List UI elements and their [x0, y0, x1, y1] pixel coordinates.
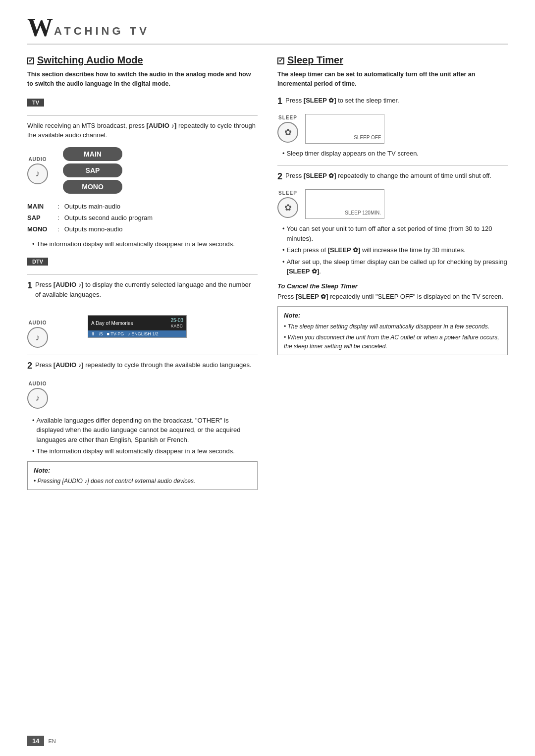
sleep-btn-wrap1: SLEEP ✿: [277, 115, 298, 143]
page-number: 14: [27, 736, 44, 746]
header-w: W: [27, 15, 53, 41]
dtv-bar-part4: ♪ ENGLISH 1/2: [128, 331, 159, 336]
sleep-screen1-text: SLEEP OFF: [354, 135, 381, 140]
sleep-screen2: SLEEP 120MIN.: [305, 189, 384, 219]
left-note-text: • Pressing [AUDIO ♪] does not control ex…: [34, 477, 251, 486]
def-term-mono: MONO: [27, 223, 54, 235]
def-row-sap: SAP : Outputs second audio program: [27, 212, 258, 223]
pill-sap: SAP: [63, 163, 122, 177]
audio-pills: MAIN SAP MONO: [63, 147, 122, 194]
sleep-step2-bullet3-text: After set up, the sleep timer display ca…: [287, 257, 508, 276]
tv-bullet: • The information display will automatic…: [32, 239, 258, 249]
sleep-step1-text: Press [SLEEP ✿] to set the sleep timer.: [277, 96, 508, 106]
dtv-step1-text: Press [AUDIO ♪] to display the currently…: [27, 280, 258, 299]
sleep-step1-bullet: • Sleep timer display appears on the TV …: [282, 149, 508, 159]
cancel-title: To Cancel the Sleep Timer: [277, 282, 508, 290]
audio-btn-circle: ♪: [27, 163, 48, 184]
sleep-step2-bullet2-text: Each press of [SLEEP ✿] will increase th…: [287, 245, 466, 255]
sleep-btn-label1: SLEEP: [278, 115, 297, 120]
right-note-box: Note: • The sleep timer setting display …: [277, 306, 508, 355]
sleep-screen2-text: SLEEP 120MIN.: [345, 210, 381, 216]
right-note-title: Note:: [284, 311, 501, 321]
sleep-step2-number: 2: [277, 171, 282, 182]
dtv-bar-part2: /5: [99, 331, 103, 336]
dtv-bullet1: • Available languages differ depending o…: [32, 416, 258, 445]
sleep-step1-number: 1: [277, 96, 282, 107]
sleep-btn-circle2: ✿: [277, 197, 298, 218]
dtv-bar-part3: ■ TV-PG: [107, 331, 124, 336]
checkbox-icon-left: [27, 57, 34, 64]
sleep-step1-bullet-text: Sleep timer display appears on the TV sc…: [287, 149, 419, 159]
dtv-step2-audio-wrap: AUDIO ♪: [27, 381, 48, 409]
dtv-step1-diagram: AUDIO ♪ A Day of Memories 25-03KABC ⬆ /5…: [27, 310, 258, 348]
page-lang: EN: [48, 738, 55, 744]
def-row-main: MAIN : Outputs main-audio: [27, 201, 258, 212]
sleep-step2-bullet2: • Each press of [SLEEP ✿] will increase …: [282, 245, 508, 255]
dtv-audio-btn-circle: ♪: [27, 327, 48, 348]
header-title: ATCHING TV: [54, 25, 150, 38]
right-section-desc: The sleep timer can be set to automatica…: [277, 70, 508, 89]
dtv-bar-part1: ⬆: [91, 331, 95, 336]
dtv-step2-audio-label: AUDIO: [28, 381, 47, 386]
tv-intro-text: While receiving an MTS broadcast, press …: [27, 121, 258, 140]
pill-mono: MONO: [63, 180, 122, 194]
dtv-screen: A Day of Memories 25-03KABC ⬆ /5 ■ TV-PG…: [88, 315, 187, 338]
pill-main: MAIN: [63, 147, 122, 161]
sleep-step2-bullet1: • You can set your unit to turn off afte…: [282, 224, 508, 243]
cancel-text: Press [SLEEP ✿] repeatedly until "SLEEP …: [277, 292, 508, 302]
page-footer: 14 EN: [27, 736, 56, 746]
dtv-audio-button-wrap: AUDIO ♪: [27, 320, 48, 348]
sleep-btn-wrap2: SLEEP ✿: [277, 190, 298, 218]
tv-badge: TV: [27, 99, 44, 107]
sleep-screen1: SLEEP OFF: [305, 114, 384, 144]
def-def-main: Outputs main-audio: [64, 201, 120, 212]
two-col-layout: Switching Audio Mode This section descri…: [27, 54, 508, 490]
dtv-screen-nums: 25-03KABC: [170, 318, 183, 328]
right-section-title: Sleep Timer: [277, 54, 508, 66]
def-def-mono: Outputs mono-audio: [64, 223, 123, 235]
def-row-mono: MONO : Outputs mono-audio: [27, 223, 258, 235]
dtv-step2-audio-btn: ♪: [27, 388, 48, 409]
definitions-table: MAIN : Outputs main-audio SAP : Outputs …: [27, 201, 258, 235]
dtv-audio-label: AUDIO: [28, 320, 47, 325]
dtv-step2-block: 2 Press [AUDIO ♪] repeatedly to cycle th…: [27, 360, 258, 374]
sleep-btn-circle1: ✿: [277, 122, 298, 143]
def-term-sap: SAP: [27, 212, 54, 223]
sleep-diagram2: SLEEP ✿ SLEEP 120MIN.: [277, 189, 508, 219]
checkbox-icon-right: [277, 57, 284, 64]
left-section-desc: This section describes how to switch the…: [27, 70, 258, 89]
sleep-step2-bullet3: • After set up, the sleep timer display …: [282, 257, 508, 276]
right-note-line2: • When you disconnect the unit from the …: [284, 333, 501, 351]
sleep-step2-text: Press [SLEEP ✿] repeatedly to change the…: [277, 171, 508, 181]
right-note-line1: • The sleep timer setting display will a…: [284, 322, 501, 331]
sleep-diagram1: SLEEP ✿ SLEEP OFF: [277, 114, 508, 144]
dtv-bullet2-text: The information display will automatical…: [37, 446, 235, 456]
audio-button-label: AUDIO: [28, 157, 47, 162]
dtv-screen-bar: ⬆ /5 ■ TV-PG ♪ ENGLISH 1/2: [88, 330, 186, 337]
page-header: W ATCHING TV: [27, 15, 508, 45]
left-column: Switching Audio Mode This section descri…: [27, 54, 258, 490]
left-note-box: Note: • Pressing [AUDIO ♪] does not cont…: [27, 461, 258, 490]
dtv-step1-number: 1: [27, 280, 32, 291]
dtv-step2-number: 2: [27, 360, 32, 372]
page-container: W ATCHING TV Switching Audio Mode This s…: [0, 0, 535, 510]
sleep-btn-label2: SLEEP: [278, 190, 297, 196]
left-note-title: Note:: [34, 466, 251, 476]
sleep-step1-block: 1 Press [SLEEP ✿] to set the sleep timer…: [277, 96, 508, 109]
sleep-step2-bullet1-text: You can set your unit to turn off after …: [287, 224, 508, 243]
dtv-step2-diagram: AUDIO ♪: [27, 381, 258, 409]
audio-diagram: AUDIO ♪ MAIN SAP MONO: [27, 147, 258, 194]
sleep-step2-block: 2 Press [SLEEP ✿] repeatedly to change t…: [277, 171, 508, 185]
dtv-screen-title: A Day of Memories: [91, 321, 133, 326]
dtv-screen-inner: A Day of Memories 25-03KABC: [88, 316, 186, 330]
dtv-bullet2: • The information display will automatic…: [32, 446, 258, 456]
right-column: Sleep Timer The sleep timer can be set t…: [277, 54, 508, 490]
tv-bullet-text: The information display will automatical…: [37, 239, 235, 249]
dtv-step2-text: Press [AUDIO ♪] repeatedly to cycle thro…: [27, 360, 258, 370]
left-section-title: Switching Audio Mode: [27, 54, 258, 66]
def-def-sap: Outputs second audio program: [64, 212, 153, 223]
def-term-main: MAIN: [27, 201, 54, 212]
dtv-bullet1-text: Available languages differ depending on …: [37, 416, 258, 445]
dtv-badge: DTV: [27, 258, 48, 266]
dtv-step1-block: 1 Press [AUDIO ♪] to display the current…: [27, 280, 258, 303]
